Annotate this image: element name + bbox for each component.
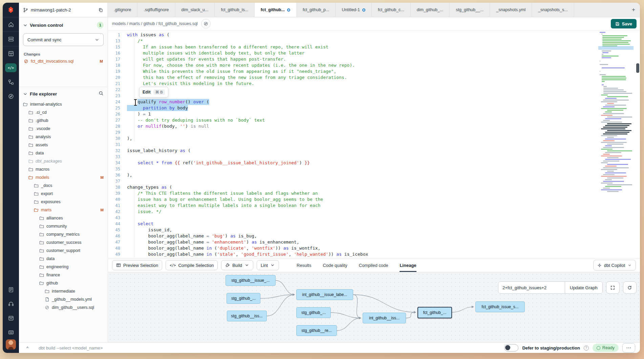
code-line[interactable]: 30), bbox=[108, 135, 640, 142]
code-line[interactable]: 47 boolor_agg(label_name = 'enhancement'… bbox=[108, 239, 640, 245]
tree-item-models[interactable]: modelsM bbox=[19, 173, 108, 182]
code-line[interactable]: 48 boolor_agg(label_name in ('duplicate'… bbox=[108, 245, 640, 251]
code-line[interactable]: 13 /* bbox=[108, 38, 640, 44]
code-line[interactable]: 44 select bbox=[108, 221, 640, 227]
tree-item-marts[interactable]: martsM bbox=[19, 206, 108, 214]
compile-selection-button[interactable]: </>Compile Selection bbox=[166, 260, 218, 270]
code-line[interactable]: 16 multiple issues with identical body t… bbox=[108, 50, 640, 56]
lineage-node-n2[interactable]: stg_github_... bbox=[227, 293, 260, 304]
code-line[interactable]: 39 /* This CTE flattens the different is… bbox=[108, 190, 640, 196]
code-line[interactable]: 28 or nullif(body, '') is null bbox=[108, 123, 640, 129]
dashboard-icon[interactable] bbox=[3, 46, 19, 61]
tree-item-customer-support[interactable]: customer_support bbox=[19, 247, 108, 255]
command-bar-expand-button[interactable]: ^ bbox=[26, 345, 28, 351]
code-line[interactable]: 20 this has the effect of removing the n… bbox=[108, 75, 640, 81]
tree-item-company-metrics[interactable]: company_metrics bbox=[19, 230, 108, 238]
code-line[interactable]: 26 ) = 1 bbox=[108, 111, 640, 117]
tree-item-alliances[interactable]: alliances bbox=[19, 214, 108, 222]
code-line[interactable]: 35 bbox=[108, 166, 640, 172]
code-line[interactable]: 32issue_label_history as ( bbox=[108, 148, 640, 154]
tab-dim-slack-u-[interactable]: dim_slack_u... bbox=[175, 3, 215, 17]
lineage-node-n9[interactable]: fct_github_issue_s... bbox=[475, 301, 525, 312]
tree-item-internal-analytics[interactable]: internal-analytics bbox=[19, 100, 108, 108]
code-line[interactable]: 38change_types as ( bbox=[108, 184, 640, 190]
code-line[interactable]: 42 issue. */ bbox=[108, 209, 640, 215]
tree-item-intermediate[interactable]: intermediate bbox=[19, 287, 108, 295]
tab-fct-github-[interactable]: fct_github... bbox=[255, 3, 297, 17]
tab--snapshots-s-[interactable]: _snapshots_s... bbox=[532, 3, 574, 17]
code-line[interactable]: 45 issue_id, bbox=[108, 227, 640, 233]
orchestration-icon[interactable] bbox=[3, 75, 19, 89]
lineage-node-n4[interactable]: int_github__issue_labe... bbox=[296, 289, 353, 300]
tree-item-dbt-packages[interactable]: dbt_packages bbox=[19, 157, 108, 165]
command-input[interactable]: dbt build --select <model_name> bbox=[39, 345, 103, 351]
tree-item-finance[interactable]: finance bbox=[19, 271, 108, 279]
tree-item--github-models-yml[interactable]: _github__models.yml bbox=[19, 295, 108, 303]
code-line[interactable]: 17 will get updates for events that happ… bbox=[108, 56, 640, 62]
tree-item-macros[interactable]: macros bbox=[19, 165, 108, 173]
tab-results[interactable]: Results bbox=[297, 258, 311, 272]
code-line[interactable]: 19 While this prevents the old issue fro… bbox=[108, 68, 640, 75]
tree-item-data[interactable]: data bbox=[19, 255, 108, 263]
code-line[interactable]: 18 For now, choose the one with more rec… bbox=[108, 62, 640, 68]
defer-toggle[interactable] bbox=[504, 344, 518, 352]
tree-item-github[interactable]: github bbox=[19, 279, 108, 287]
save-button[interactable]: Save bbox=[611, 19, 637, 28]
help-icon[interactable]: ? bbox=[584, 345, 589, 351]
file-search-icon[interactable] bbox=[99, 91, 104, 97]
code-line[interactable]: 27 -- don't try deduping issues with no … bbox=[108, 117, 640, 123]
code-line[interactable]: 33 bbox=[108, 154, 640, 160]
support-icon[interactable] bbox=[3, 297, 19, 311]
tree-item--vscode[interactable]: .vscode bbox=[19, 125, 108, 133]
explore-lineage-icon[interactable] bbox=[201, 19, 211, 28]
dbt-copilot-button[interactable]: dbt Copilot bbox=[593, 260, 636, 271]
notebook-icon[interactable] bbox=[3, 282, 19, 297]
tree-item-assets[interactable]: assets bbox=[19, 141, 108, 149]
code-line[interactable]: 34 select * from {{ ref('int_github__iss… bbox=[108, 160, 640, 166]
tab--snapshots-yml[interactable]: _snapshots.yml bbox=[490, 3, 532, 17]
code-line[interactable]: 25 partition by body bbox=[108, 105, 640, 111]
code-line[interactable]: 41 easiest way to flatten multiple label… bbox=[108, 203, 640, 209]
code-line[interactable]: 46 boolor_agg(label_name = 'bug') as is_… bbox=[108, 233, 640, 239]
code-line[interactable]: 21 Let's revisit this modeling in the fu… bbox=[108, 81, 640, 87]
lint-button[interactable]: Lint bbox=[257, 260, 279, 270]
code-line[interactable]: 29 bbox=[108, 129, 640, 135]
tree-item-dim-github-users-sql[interactable]: dim_github__users.sql bbox=[19, 303, 108, 312]
tab-code-quality[interactable]: Code quality bbox=[323, 258, 347, 272]
lineage-node-n5[interactable]: stg_github_... bbox=[296, 307, 331, 318]
edit-tooltip[interactable]: Edit ⌘ B bbox=[139, 87, 168, 98]
tab-lineage[interactable]: Lineage bbox=[400, 258, 416, 272]
tree-item--ci-cd[interactable]: .ci_cd bbox=[19, 108, 108, 117]
code-line[interactable]: 24 qualify row_number() over ( bbox=[108, 99, 640, 105]
commit-and-sync-dropdown[interactable]: Commit and sync bbox=[23, 33, 104, 46]
tab-fct-github-is-[interactable]: fct_github_is... bbox=[215, 3, 255, 17]
tab--gitignore[interactable]: .gitignore bbox=[108, 3, 137, 17]
code-editor[interactable]: 1with issues as (13 /*15 If an issue has… bbox=[108, 30, 640, 258]
tab-compiled-code[interactable]: Compiled code bbox=[359, 258, 388, 272]
home-icon[interactable] bbox=[3, 17, 19, 32]
tree-item-data[interactable]: data bbox=[19, 149, 108, 157]
tab-fct-github-c-[interactable]: fct_github_c... bbox=[372, 3, 411, 17]
new-tab-button[interactable]: + bbox=[627, 3, 640, 17]
tree-item-community[interactable]: community bbox=[19, 222, 108, 230]
code-line[interactable]: 1with issues as ( bbox=[108, 32, 640, 38]
file-explorer-header[interactable]: File explorer bbox=[19, 87, 108, 100]
tab-fct-github-p-[interactable]: fct_github_p... bbox=[297, 3, 336, 17]
tab-stg-github-[interactable]: stg_github__... bbox=[450, 3, 490, 17]
tree-item-analysis[interactable]: analysis bbox=[19, 133, 108, 141]
update-graph-button[interactable]: Update Graph bbox=[565, 282, 602, 293]
tree-item--docs[interactable]: _docs bbox=[19, 182, 108, 190]
develop-icon[interactable]: </> bbox=[3, 61, 19, 75]
changed-file-row[interactable]: fct_dbt_invocations.sqlM bbox=[19, 58, 108, 65]
code-line[interactable]: 43 bbox=[108, 215, 640, 221]
tree-item-customer-success[interactable]: customer_success bbox=[19, 238, 108, 247]
tree-item--github[interactable]: .github bbox=[19, 117, 108, 125]
keyboard-icon[interactable] bbox=[3, 325, 19, 339]
build-button[interactable]: Build bbox=[221, 260, 253, 270]
dbt-logo[interactable] bbox=[3, 3, 19, 17]
avatar[interactable] bbox=[6, 339, 16, 350]
version-control-header[interactable]: Version control 1 bbox=[19, 17, 108, 31]
code-line[interactable]: 15 If an issue has been transferred to a… bbox=[108, 44, 640, 50]
lineage-node-n3[interactable]: stg_github__iss... bbox=[227, 311, 267, 321]
deploy-icon[interactable] bbox=[3, 32, 19, 46]
